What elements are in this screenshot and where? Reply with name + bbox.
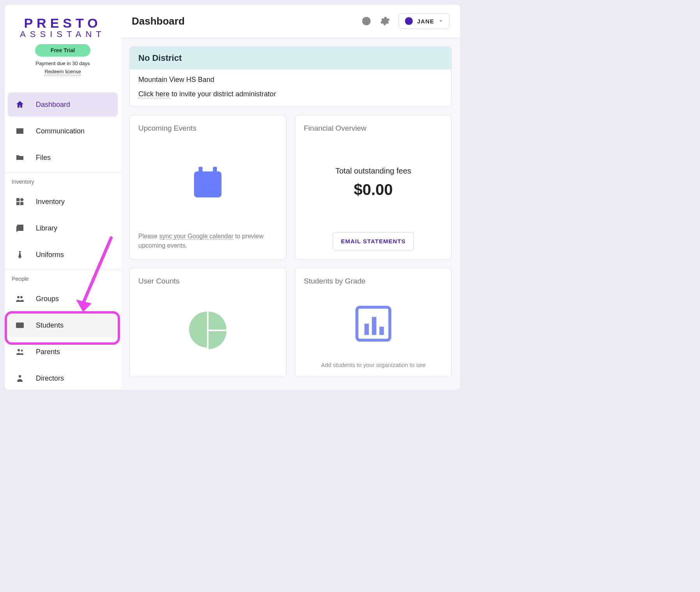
- sidebar-item-directors[interactable]: Directors: [8, 366, 118, 390]
- card-title: Upcoming Events: [138, 124, 278, 133]
- svg-rect-4: [16, 226, 18, 232]
- card-title: Students by Grade: [304, 277, 443, 285]
- widgets-icon: [15, 197, 25, 207]
- library-icon: [15, 223, 25, 233]
- svg-rect-26: [205, 187, 209, 191]
- svg-point-7: [17, 296, 19, 298]
- person-icon: [15, 373, 25, 383]
- section-inventory-title: Inventory: [5, 173, 121, 187]
- svg-rect-22: [213, 167, 217, 175]
- svg-rect-31: [379, 326, 384, 335]
- tie-icon: [15, 250, 25, 260]
- sidebar: PRESTO ASSISTANT Free Trial Payment due …: [5, 5, 121, 390]
- topbar-actions: ? JANE: [361, 13, 449, 29]
- sidebar-item-label: Library: [36, 224, 57, 232]
- chevron-down-icon: [438, 18, 444, 24]
- financial-overview-card: Financial Overview Total outstanding fee…: [295, 115, 452, 259]
- svg-rect-27: [211, 187, 216, 191]
- sidebar-item-inventory[interactable]: Inventory: [8, 190, 118, 214]
- svg-point-15: [19, 375, 21, 378]
- events-empty-note: Please sync your Google calendar to prev…: [138, 232, 278, 250]
- svg-point-13: [18, 349, 20, 351]
- org-name: Mountain View HS Band: [138, 76, 443, 84]
- sync-calendar-link[interactable]: sync your Google calendar: [159, 233, 233, 240]
- svg-rect-11: [21, 324, 23, 325]
- svg-rect-29: [364, 324, 369, 335]
- divider: [5, 269, 121, 269]
- sidebar-item-label: Students: [36, 321, 64, 330]
- svg-rect-24: [200, 181, 205, 185]
- sidebar-item-parents[interactable]: Parents: [8, 340, 118, 364]
- svg-rect-0: [16, 198, 19, 201]
- help-icon[interactable]: ?: [361, 16, 371, 26]
- user-name: JANE: [417, 18, 434, 25]
- invite-line: Click here to invite your district admin…: [138, 90, 443, 98]
- sidebar-item-label: Dashboard: [36, 101, 70, 109]
- sidebar-item-library[interactable]: Library: [8, 216, 118, 240]
- folder-icon: [15, 152, 25, 163]
- sidebar-item-uniforms[interactable]: Uniforms: [8, 243, 118, 267]
- district-heading: No District: [130, 47, 451, 69]
- outstanding-fees-label: Total outstanding fees: [335, 167, 411, 175]
- pie-chart-icon: [188, 311, 227, 350]
- sidebar-item-label: Files: [36, 154, 51, 162]
- sidebar-item-communication[interactable]: Communication: [8, 119, 118, 143]
- main-area: Dashboard ? JANE: [121, 5, 460, 390]
- outstanding-fees-amount: $0.00: [354, 181, 393, 199]
- svg-rect-12: [21, 325, 23, 326]
- sidebar-item-label: Groups: [36, 295, 59, 303]
- sidebar-item-dashboard[interactable]: Dashboard: [8, 92, 118, 117]
- svg-rect-1: [20, 202, 23, 205]
- svg-point-8: [20, 296, 23, 298]
- svg-point-10: [18, 324, 19, 326]
- sidebar-item-students[interactable]: Students: [8, 313, 118, 337]
- page-title: Dashboard: [132, 15, 185, 27]
- svg-rect-2: [16, 202, 19, 205]
- gear-icon[interactable]: [380, 16, 390, 26]
- svg-rect-23: [197, 177, 219, 194]
- section-people-title: People: [5, 270, 121, 284]
- sidebar-nav: Dashboard Communication Files Inventory: [5, 90, 121, 390]
- district-card: No District Mountain View HS Band Click …: [129, 46, 452, 106]
- bar-chart-icon: [355, 305, 392, 342]
- svg-rect-21: [199, 167, 203, 175]
- trial-chip: Free Trial: [35, 44, 90, 57]
- user-menu[interactable]: JANE: [399, 13, 449, 29]
- home-icon: [15, 99, 25, 110]
- avatar-icon: [405, 17, 413, 25]
- svg-marker-3: [20, 198, 24, 202]
- groups-icon: [15, 294, 25, 304]
- calendar-icon: [189, 164, 226, 200]
- sidebar-item-label: Inventory: [36, 198, 65, 206]
- people-icon: [15, 347, 25, 357]
- sidebar-item-groups[interactable]: Groups: [8, 287, 118, 311]
- card-title: User Counts: [138, 277, 278, 285]
- svg-rect-30: [372, 317, 377, 335]
- mail-icon: [15, 126, 25, 136]
- divider: [5, 172, 121, 172]
- svg-text:?: ?: [364, 18, 368, 24]
- invite-district-link[interactable]: Click here: [138, 90, 170, 98]
- svg-point-14: [21, 350, 23, 352]
- trial-due-text: Payment due in 30 days: [14, 60, 111, 66]
- card-title: Financial Overview: [304, 124, 443, 133]
- students-by-grade-card: Students by Grade Add students to your o…: [295, 268, 452, 377]
- email-statements-button[interactable]: EMAIL STATEMENTS: [333, 232, 414, 250]
- invite-rest: to invite your district administrator: [170, 90, 276, 98]
- svg-rect-25: [209, 181, 214, 185]
- sidebar-item-label: Communication: [36, 127, 85, 135]
- upcoming-events-card: Upcoming Events: [129, 115, 286, 259]
- brand-logo: PRESTO ASSISTANT Free Trial Payment due …: [5, 5, 121, 80]
- redeem-license-link[interactable]: Redeem license: [44, 69, 81, 75]
- sidebar-item-label: Uniforms: [36, 251, 64, 259]
- brand-line2: ASSISTANT: [14, 29, 111, 39]
- topbar: Dashboard ? JANE: [121, 5, 460, 38]
- sidebar-item-files[interactable]: Files: [8, 145, 118, 170]
- sidebar-item-label: Parents: [36, 348, 60, 356]
- id-badge-icon: [15, 320, 25, 330]
- sidebar-item-label: Directors: [36, 374, 64, 383]
- brand-line1: PRESTO: [14, 16, 111, 31]
- user-counts-card: User Counts: [129, 268, 286, 377]
- by-grade-empty-note: Add students to your organization to see: [304, 362, 443, 368]
- svg-point-19: [408, 19, 410, 21]
